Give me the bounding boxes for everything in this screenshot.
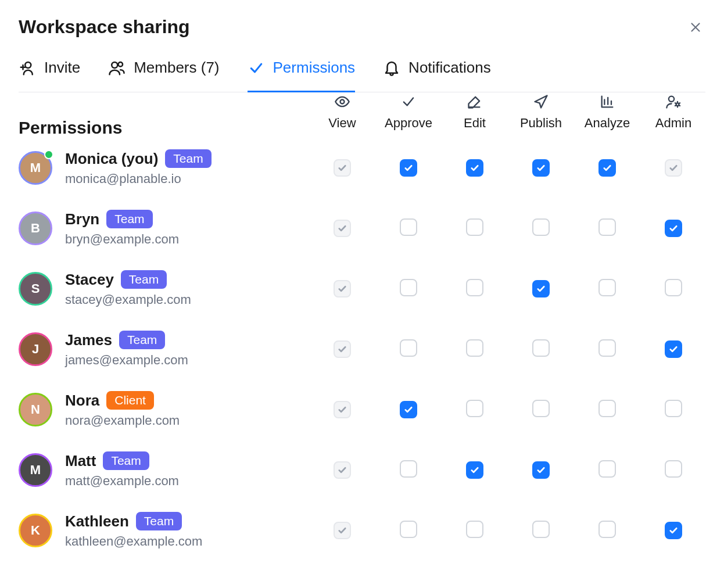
checkbox-view: [334, 340, 351, 358]
avatar: S: [19, 272, 52, 306]
member-info: StaceyTeamstacey@example.com: [65, 270, 191, 307]
checkbox-publish[interactable]: [532, 159, 550, 177]
checkbox-approve[interactable]: [400, 279, 417, 296]
member-info: KathleenTeamkathleen@example.com: [65, 512, 202, 549]
checkbox-publish[interactable]: [532, 461, 550, 479]
checkbox-edit[interactable]: [466, 521, 483, 538]
member-name: Monica (you): [65, 150, 158, 168]
person-add-icon: [19, 59, 36, 77]
member-cell: MMonica (you)Teammonica@planable.io: [19, 138, 309, 198]
perm-cell-approve: [375, 207, 442, 250]
checkbox-view: [334, 220, 351, 237]
avatar: N: [19, 393, 52, 426]
checkbox-analyze[interactable]: [598, 521, 616, 538]
member-badge: Team: [103, 451, 149, 470]
checkbox-analyze[interactable]: [598, 218, 616, 236]
tab-invite-label: Invite: [44, 59, 80, 77]
checkbox-view: [334, 159, 351, 177]
checkbox-edit[interactable]: [466, 279, 483, 296]
checkbox-analyze[interactable]: [598, 279, 616, 296]
perm-cell-publish: [508, 268, 574, 309]
checkbox-admin[interactable]: [665, 400, 682, 417]
checkbox-view: [334, 280, 351, 297]
perm-cell-edit: [442, 207, 508, 250]
avatar-wrap: K: [19, 514, 52, 547]
tab-permissions-label: Permissions: [273, 59, 356, 77]
checkbox-analyze[interactable]: [598, 339, 616, 357]
perm-cell-admin: [640, 148, 707, 188]
checkbox-edit[interactable]: [466, 400, 483, 417]
member-badge: Team: [121, 270, 167, 289]
send-icon: [508, 94, 574, 110]
perm-cell-analyze: [574, 509, 640, 552]
checkbox-approve[interactable]: [400, 521, 417, 538]
checkbox-analyze[interactable]: [598, 159, 616, 177]
check-icon: [375, 94, 442, 110]
svg-point-2: [119, 62, 123, 67]
checkbox-publish[interactable]: [532, 521, 550, 538]
pencil-icon: [442, 94, 508, 110]
tab-permissions[interactable]: Permissions: [248, 59, 356, 92]
member-name: Bryn: [65, 210, 99, 228]
perm-cell-publish: [508, 388, 574, 431]
checkbox-admin[interactable]: [665, 279, 682, 296]
checkbox-admin[interactable]: [665, 522, 682, 539]
workspace-sharing-modal: Workspace sharing Invite Members (7) Per…: [0, 0, 724, 579]
svg-point-1: [112, 62, 117, 68]
admin-icon: [640, 94, 707, 110]
member-info: JamesTeamjames@example.com: [65, 331, 188, 368]
avatar: M: [19, 453, 52, 487]
member-cell: MMattTeammatt@example.com: [19, 440, 309, 500]
checkbox-approve[interactable]: [400, 460, 417, 478]
checkbox-approve[interactable]: [400, 339, 417, 357]
tab-invite[interactable]: Invite: [19, 59, 80, 92]
checkbox-publish[interactable]: [532, 400, 550, 417]
perm-cell-edit: [442, 509, 508, 552]
perm-cell-publish: [508, 450, 574, 490]
perm-cell-edit: [442, 328, 508, 371]
perm-cell-edit: [442, 388, 508, 431]
checkbox-edit[interactable]: [466, 159, 483, 177]
checkbox-admin[interactable]: [665, 220, 682, 237]
checkbox-analyze[interactable]: [598, 400, 616, 417]
tab-members[interactable]: Members (7): [108, 59, 219, 92]
perm-cell-publish: [508, 207, 574, 250]
checkbox-approve[interactable]: [400, 401, 417, 418]
checkbox-view: [334, 461, 351, 479]
checkbox-admin[interactable]: [665, 340, 682, 358]
checkbox-approve[interactable]: [400, 159, 417, 177]
member-cell: SStaceyTeamstacey@example.com: [19, 259, 309, 319]
perm-cell-analyze: [574, 267, 640, 310]
member-email: stacey@example.com: [65, 292, 191, 307]
checkbox-publish[interactable]: [532, 218, 550, 236]
close-icon: [688, 20, 703, 35]
perm-cell-publish: [508, 328, 574, 371]
checkbox-admin[interactable]: [665, 460, 682, 478]
member-badge: Team: [136, 512, 182, 530]
member-email: kathleen@example.com: [65, 534, 202, 549]
member-cell: NNoraClientnora@example.com: [19, 379, 309, 440]
checkbox-approve[interactable]: [400, 218, 417, 236]
perm-cell-publish: [508, 509, 574, 552]
tab-notifications[interactable]: Notifications: [383, 59, 491, 92]
checkbox-publish[interactable]: [532, 280, 550, 297]
member-name: Matt: [65, 452, 96, 470]
avatar-wrap: B: [19, 211, 52, 245]
perm-cell-view: [309, 389, 375, 430]
checkbox-publish[interactable]: [532, 339, 550, 357]
checkbox-edit[interactable]: [466, 339, 483, 357]
checkbox-admin: [665, 159, 682, 177]
checkbox-analyze[interactable]: [598, 460, 616, 478]
perm-cell-admin: [640, 329, 707, 370]
perm-cell-admin: [640, 208, 707, 249]
checkbox-edit[interactable]: [466, 461, 483, 479]
perm-cell-approve: [375, 267, 442, 310]
checkbox-view: [334, 522, 351, 539]
checkbox-edit[interactable]: [466, 218, 483, 236]
perm-cell-publish: [508, 148, 574, 188]
column-header-approve: Approve: [375, 94, 442, 137]
perm-cell-view: [309, 329, 375, 370]
perm-cell-analyze: [574, 449, 640, 492]
perm-cell-view: [309, 208, 375, 249]
close-button[interactable]: [686, 17, 705, 37]
